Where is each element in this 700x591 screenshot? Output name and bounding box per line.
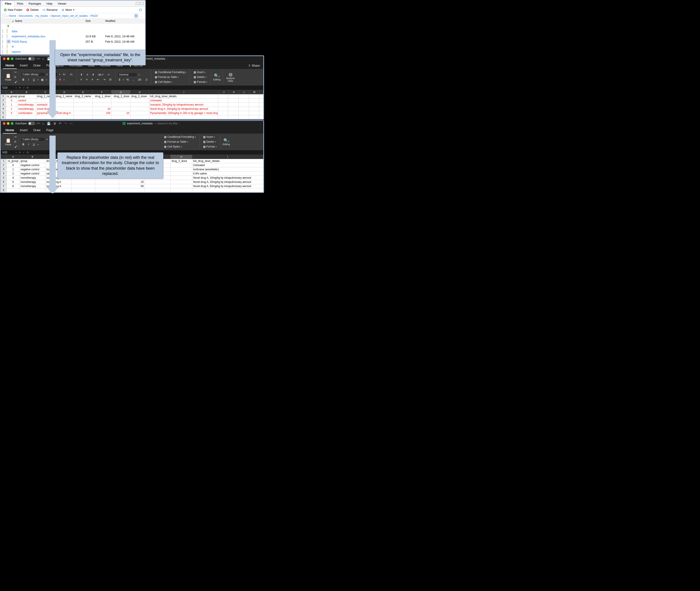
percent-button[interactable]: %	[125, 78, 130, 82]
tab-files[interactable]: Files	[2, 1, 14, 7]
row-header[interactable]: 2	[1, 163, 7, 168]
cell[interactable]	[259, 103, 263, 107]
cell[interactable]	[249, 107, 259, 111]
paste-button[interactable]: 📋 Paste	[5, 138, 11, 146]
cell[interactable]	[93, 98, 112, 103]
cell[interactable]	[218, 103, 228, 107]
row-checkbox[interactable]	[2, 45, 3, 49]
cell[interactable]: drug_3_dose	[170, 159, 192, 163]
underline-button[interactable]: U	[31, 142, 36, 146]
conditional-formatting-button[interactable]: ▦ Conditional Formatting ▾	[163, 135, 197, 139]
crumb-documents[interactable]: Documents	[19, 14, 33, 17]
copy-icon[interactable]: ⎘	[15, 75, 17, 79]
cell[interactable]	[93, 115, 112, 119]
ribbon-tab-draw[interactable]: Draw	[31, 62, 43, 69]
refresh-button[interactable]	[138, 8, 143, 12]
column-header[interactable]: K	[229, 90, 239, 94]
column-header[interactable]: L	[239, 90, 250, 94]
align-top-button[interactable]: ⬆	[79, 73, 84, 77]
cell[interactable]	[259, 107, 263, 111]
cell[interactable]: negative control	[20, 163, 46, 168]
format-cells-button[interactable]: ▦ Format ▾	[192, 80, 208, 84]
cell[interactable]: negative control	[20, 168, 46, 172]
zoom-window-icon[interactable]	[11, 122, 13, 125]
crumb-pi020[interactable]: PI020	[90, 14, 98, 17]
sort-arrow-icon[interactable]: ▲	[12, 19, 14, 22]
row-checkbox[interactable]	[2, 29, 3, 33]
cell[interactable]	[218, 111, 228, 115]
column-header[interactable]: A	[7, 155, 20, 159]
delete-cells-button[interactable]: ▦ Delete ▾	[202, 140, 218, 144]
cell[interactable]	[131, 103, 149, 107]
cell[interactable]	[170, 176, 192, 180]
cell[interactable]: drug_3_name	[74, 94, 92, 98]
paste-button[interactable]: 📋 Paste	[5, 73, 11, 81]
cell[interactable]	[228, 115, 238, 119]
breadcrumb-overflow[interactable]: …	[139, 14, 143, 17]
fx-icon[interactable]: fx	[27, 86, 29, 89]
cell[interactable]	[238, 107, 249, 111]
cell[interactable]	[259, 111, 263, 115]
cell[interactable]: drug_2_dose	[112, 94, 130, 98]
cell[interactable]	[112, 98, 130, 103]
cell[interactable]	[238, 98, 249, 103]
cell-styles-button[interactable]: ▦ Cell Styles ▾	[163, 145, 197, 149]
file-name[interactable]: R	[12, 45, 14, 48]
cell[interactable]	[74, 103, 92, 107]
cell[interactable]	[55, 107, 74, 111]
cell[interactable]	[95, 184, 119, 188]
minimize-window-icon[interactable]	[7, 57, 9, 60]
file-name[interactable]: reports	[12, 50, 20, 54]
column-header[interactable]: M	[250, 90, 260, 94]
cell[interactable]	[218, 98, 228, 103]
cell[interactable]: 25	[119, 180, 145, 184]
cell[interactable]: 0	[7, 163, 20, 168]
cell[interactable]: drug_2_name	[55, 94, 74, 98]
cut-icon[interactable]: ✂	[15, 135, 17, 138]
wrap-text-button[interactable]: ↩	[106, 73, 111, 77]
cell[interactable]	[17, 115, 36, 119]
delete-button[interactable]: Delete	[25, 8, 40, 12]
cell[interactable]	[170, 172, 192, 176]
undo-icon[interactable]: ↶	[59, 122, 62, 125]
row-header[interactable]: 1	[1, 159, 7, 163]
cell[interactable]: 3	[6, 111, 17, 115]
cell[interactable]: monotherapy	[17, 107, 36, 111]
rproj-badge-icon[interactable]: R	[134, 14, 138, 18]
col-size-header[interactable]: Size	[85, 19, 105, 22]
row-checkbox[interactable]	[2, 50, 3, 54]
font-family-select[interactable]: Calibri (Body)	[21, 72, 45, 77]
cell[interactable]	[249, 103, 259, 107]
row-header[interactable]: 8	[1, 188, 7, 192]
tab-viewer[interactable]: Viewer	[55, 1, 69, 6]
cell[interactable]: Isofurane (anesthetic)	[192, 168, 263, 172]
save-icon[interactable]: 💾	[47, 122, 51, 125]
file-row[interactable]: R	[1, 44, 145, 49]
shrink-font-button[interactable]: A↓	[69, 72, 74, 76]
cell[interactable]: group	[17, 94, 36, 98]
column-header[interactable]: F	[93, 90, 112, 94]
cell[interactable]	[95, 180, 119, 184]
row-header[interactable]: 5	[1, 111, 6, 115]
cell[interactable]	[145, 188, 170, 192]
column-header[interactable]: B	[17, 90, 36, 94]
row-checkbox[interactable]	[2, 35, 3, 38]
number-format-select[interactable]: General	[118, 72, 137, 77]
file-row[interactable]: data	[1, 29, 145, 34]
column-header[interactable]: G	[112, 90, 130, 94]
cell[interactable]: combination	[17, 111, 36, 115]
font-color-button[interactable]: A	[58, 77, 62, 82]
cell[interactable]	[259, 115, 263, 119]
ribbon-tab-home[interactable]: Home	[3, 62, 17, 69]
cell[interactable]	[259, 98, 263, 103]
cancel-formula-icon[interactable]: ✕	[19, 151, 21, 154]
analyze-data-button[interactable]: ▤ Analyze Data	[225, 72, 236, 82]
cell[interactable]: drug_3_dose	[131, 94, 149, 98]
cell[interactable]	[112, 103, 130, 107]
cell[interactable]	[249, 94, 259, 98]
row-header[interactable]: 5	[1, 176, 7, 180]
decrease-indent-button[interactable]: ⇤	[95, 77, 100, 81]
cell[interactable]: rx_group	[6, 94, 17, 98]
fx-icon[interactable]: fx	[27, 151, 29, 154]
name-box[interactable]: G18	[2, 86, 13, 89]
